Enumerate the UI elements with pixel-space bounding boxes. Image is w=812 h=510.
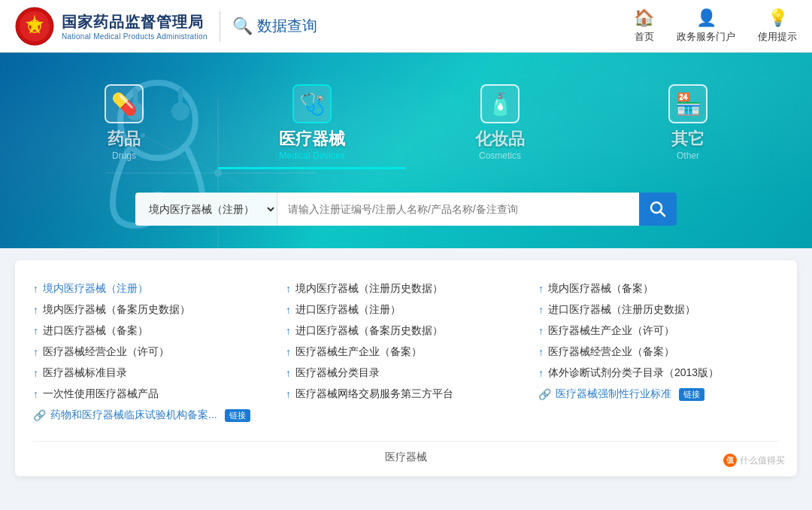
svg-text:药: 药 bbox=[32, 23, 39, 31]
cosmetics-label-en: Cosmetics bbox=[479, 150, 521, 161]
arrow-up-icon: ↑ bbox=[286, 304, 291, 316]
list-item[interactable]: ↑ 境内医疗器械（备案） bbox=[538, 278, 779, 299]
link-text: 进口医疗器械（注册） bbox=[295, 303, 401, 317]
search-input[interactable] bbox=[277, 193, 639, 226]
logo-en: National Medical Products Administration bbox=[62, 32, 208, 41]
footer-text: 医疗器械 bbox=[385, 451, 427, 463]
link-text: 体外诊断试剂分类子目录（2013版） bbox=[548, 366, 719, 380]
logo-cn: 国家药品监督管理局 bbox=[62, 12, 208, 32]
arrow-up-icon: ↑ bbox=[286, 283, 291, 295]
link-text: 进口医疗器械（注册历史数据） bbox=[548, 303, 695, 317]
list-item[interactable]: ↑ 进口医疗器械（备案历史数据） bbox=[286, 320, 526, 342]
other-icon-wrap: 🏪 bbox=[668, 84, 707, 123]
arrow-up-icon: ↑ bbox=[286, 325, 291, 337]
devices-label-en: Medical Devices bbox=[279, 150, 344, 161]
other-label-en: Other bbox=[677, 150, 699, 161]
list-item[interactable]: ↑ 进口医疗器械（注册历史数据） bbox=[538, 299, 779, 320]
list-item[interactable]: ↑ 医疗器械生产企业（备案） bbox=[286, 342, 526, 363]
cosmetics-icon-wrap: 🧴 bbox=[480, 84, 520, 123]
list-item[interactable]: ↑ 医疗器械经营企业（许可） bbox=[33, 342, 274, 363]
nav-home-label: 首页 bbox=[635, 30, 654, 44]
app-title-text: 数据查询 bbox=[257, 16, 317, 36]
list-item[interactable]: ↑ 境内医疗器械（备案历史数据） bbox=[33, 299, 274, 320]
arrow-up-icon: ↑ bbox=[538, 325, 544, 337]
header-divider bbox=[220, 11, 220, 41]
logo-area: 药 国家药品监督管理局 National Medical Products Ad… bbox=[15, 7, 208, 46]
content-card: ↑ 境内医疗器械（注册） ↑ 境内医疗器械（备案历史数据） ↑ 进口医疗器械（备… bbox=[15, 260, 797, 476]
link-text: 医疗器械经营企业（备案） bbox=[548, 345, 674, 359]
link-text: 一次性使用医疗器械产品 bbox=[43, 387, 159, 401]
watermark: 值 什么值得买 bbox=[723, 454, 785, 467]
cosmetics-icon: 🧴 bbox=[487, 92, 514, 117]
logo-text-block: 国家药品监督管理局 National Medical Products Admi… bbox=[62, 12, 208, 41]
devices-label-cn: 医疗器械 bbox=[279, 128, 345, 150]
devices-icon-wrap: 🩺 bbox=[292, 84, 332, 123]
link-column-2: ↑ 境内医疗器械（注册历史数据） ↑ 进口医疗器械（注册） ↑ 进口医疗器械（备… bbox=[286, 278, 526, 426]
arrow-up-icon: ↑ bbox=[286, 367, 291, 379]
link-tag: 链接 bbox=[225, 409, 250, 422]
link-text: 境内医疗器械（注册历史数据） bbox=[295, 282, 443, 296]
drugs-label-cn: 药品 bbox=[108, 128, 141, 150]
link-text: 医疗器械网络交易服务第三方平台 bbox=[295, 387, 453, 401]
list-item[interactable]: ↑ 一次性使用医疗器械产品 bbox=[33, 384, 274, 405]
drugs-icon-wrap: 💊 bbox=[105, 84, 144, 123]
nav-service[interactable]: 👤 政务服务门户 bbox=[677, 8, 735, 44]
link-grid: ↑ 境内医疗器械（注册） ↑ 境内医疗器械（备案历史数据） ↑ 进口医疗器械（备… bbox=[33, 278, 779, 426]
category-devices[interactable]: 🩺 医疗器械 Medical Devices bbox=[218, 75, 406, 169]
link-text: 医疗器械分类目录 bbox=[295, 366, 380, 380]
category-cosmetics[interactable]: 🧴 化妆品 Cosmetics bbox=[406, 75, 594, 169]
nav-right: 🏠 首页 👤 政务服务门户 💡 使用提示 bbox=[634, 8, 797, 44]
nav-help[interactable]: 💡 使用提示 bbox=[758, 8, 797, 44]
list-item[interactable]: ↑ 医疗器械标准目录 bbox=[33, 363, 274, 384]
list-item[interactable]: ↑ 体外诊断试剂分类子目录（2013版） bbox=[538, 363, 779, 384]
link-column-1: ↑ 境内医疗器械（注册） ↑ 境内医疗器械（备案历史数据） ↑ 进口医疗器械（备… bbox=[33, 278, 274, 426]
arrow-up-icon: ↑ bbox=[286, 346, 291, 358]
link-text: 进口医疗器械（备案历史数据） bbox=[295, 324, 443, 338]
arrow-up-icon: ↑ bbox=[33, 346, 38, 358]
category-other[interactable]: 🏪 其它 Other bbox=[594, 75, 782, 169]
other-icon: 🏪 bbox=[675, 92, 701, 117]
list-item[interactable]: ↑ 进口医疗器械（备案） bbox=[33, 320, 274, 342]
list-item[interactable]: ↑ 进口医疗器械（注册） bbox=[286, 299, 526, 320]
link-text: 医疗器械生产企业（备案） bbox=[295, 345, 422, 359]
list-item[interactable]: ↑ 境内医疗器械（注册历史数据） bbox=[286, 278, 526, 299]
search-select[interactable]: 境内医疗器械（注册） 境内医疗器械（备案） 进口医疗器械（注册） 进口医疗器械（… bbox=[135, 193, 277, 226]
cosmetics-label-cn: 化妆品 bbox=[475, 128, 525, 150]
card-footer: 医疗器械 bbox=[33, 441, 779, 464]
drugs-icon: 💊 bbox=[111, 92, 138, 117]
arrow-up-icon: ↑ bbox=[33, 367, 38, 379]
category-tabs: 💊 药品 Drugs 🩺 医疗器械 Medical Devices 🧴 化妆品 … bbox=[30, 68, 782, 169]
home-icon: 🏠 bbox=[634, 8, 654, 28]
list-item[interactable]: ↑ 医疗器械分类目录 bbox=[286, 363, 526, 384]
link-chain-icon: 🔗 bbox=[33, 409, 46, 421]
devices-icon: 🩺 bbox=[299, 92, 326, 117]
arrow-up-icon: ↑ bbox=[538, 346, 544, 358]
search-icon bbox=[650, 201, 666, 217]
watermark-text: 什么值得买 bbox=[740, 454, 785, 467]
category-drugs[interactable]: 💊 药品 Drugs bbox=[30, 75, 218, 169]
search-area: 境内医疗器械（注册） 境内医疗器械（备案） 进口医疗器械（注册） 进口医疗器械（… bbox=[135, 193, 677, 226]
link-text: 医疗器械强制性行业标准 bbox=[556, 387, 671, 401]
nav-service-label: 政务服务门户 bbox=[677, 30, 735, 44]
other-label-cn: 其它 bbox=[671, 128, 704, 150]
watermark-icon: 值 bbox=[723, 454, 737, 467]
logo-emblem: 药 bbox=[15, 7, 54, 46]
list-item[interactable]: ↑ 境内医疗器械（注册） bbox=[33, 278, 274, 299]
list-item[interactable]: ↑ 医疗器械网络交易服务第三方平台 bbox=[286, 384, 526, 405]
header: 药 国家药品监督管理局 National Medical Products Ad… bbox=[0, 0, 812, 53]
link-text: 医疗器械生产企业（许可） bbox=[548, 324, 674, 338]
list-item[interactable]: 🔗 药物和医疗器械临床试验机构备案... 链接 bbox=[33, 405, 274, 426]
list-item[interactable]: ↑ 医疗器械经营企业（备案） bbox=[538, 342, 779, 363]
nav-help-label: 使用提示 bbox=[758, 30, 797, 44]
link-text: 医疗器械标准目录 bbox=[43, 366, 127, 380]
link-text: 药物和医疗器械临床试验机构备案... bbox=[50, 408, 217, 422]
arrow-up-icon: ↑ bbox=[538, 304, 544, 316]
nav-home[interactable]: 🏠 首页 bbox=[634, 8, 654, 44]
app-title-icon: 🔍 bbox=[232, 17, 253, 36]
link-text: 境内医疗器械（备案） bbox=[548, 282, 653, 296]
list-item[interactable]: 🔗 医疗器械强制性行业标准 链接 bbox=[538, 384, 779, 405]
search-button[interactable] bbox=[639, 193, 677, 226]
link-chain-icon: 🔗 bbox=[538, 388, 551, 400]
link-tag: 链接 bbox=[679, 388, 704, 401]
list-item[interactable]: ↑ 医疗器械生产企业（许可） bbox=[538, 320, 779, 342]
